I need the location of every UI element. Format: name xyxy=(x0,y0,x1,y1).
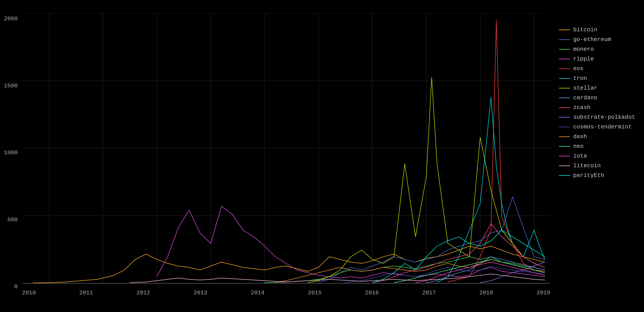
legend-color-line xyxy=(559,68,570,69)
legend-item: litecoin xyxy=(559,162,635,169)
x-axis-label: 2015 xyxy=(308,290,322,299)
legend-color-line xyxy=(559,30,570,30)
legend-item: iota xyxy=(559,153,635,159)
y-axis-label: 1500 xyxy=(4,82,18,89)
chart-body: 2000150010005000 20102011201220132014201… xyxy=(0,13,644,312)
legend-item: substrate-polkadot xyxy=(559,114,635,120)
y-axis-label: 0 xyxy=(14,283,18,290)
x-axis-label: 2014 xyxy=(251,290,264,299)
legend-color-line xyxy=(559,88,570,88)
legend-label-text: parityEth xyxy=(573,172,604,179)
legend-color-line xyxy=(559,146,570,147)
legend-color-line xyxy=(559,166,570,166)
legend-label-text: neo xyxy=(573,143,584,150)
legend-color-line xyxy=(559,78,570,79)
x-axis-label: 2010 xyxy=(22,290,36,299)
chart-area-wrapper: 2010201120122013201420152016201720182019 xyxy=(22,13,550,299)
chart-container: 2000150010005000 20102011201220132014201… xyxy=(0,0,644,312)
legend-color-line xyxy=(559,156,570,156)
legend-item: tron xyxy=(559,75,635,82)
legend-color-line xyxy=(559,39,570,40)
legend-label-text: go-ethereum xyxy=(573,36,611,43)
legend-label-text: eos xyxy=(573,65,584,72)
legend-color-line xyxy=(559,98,570,98)
x-axis-label: 2019 xyxy=(536,290,550,299)
legend-label-text: substrate-polkadot xyxy=(573,114,635,120)
legend-item: cosmos-tendermint xyxy=(559,124,635,130)
legend-label-text: stellar xyxy=(573,85,597,91)
legend-color-line xyxy=(559,127,570,127)
legend-label-text: litecoin xyxy=(573,162,601,169)
legend-label-text: bitcoin xyxy=(573,26,597,33)
legend-item: monero xyxy=(559,46,635,52)
legend-item: cardano xyxy=(559,94,635,101)
legend-item: bitcoin xyxy=(559,26,635,33)
legend-color-line xyxy=(559,59,570,59)
x-axis: 2010201120122013201420152016201720182019 xyxy=(22,288,550,299)
legend-item: ripple xyxy=(559,56,635,62)
y-axis-label: 2000 xyxy=(4,16,18,22)
legend-item: eos xyxy=(559,65,635,72)
legend-item: dash xyxy=(559,133,635,140)
legend-label-text: dash xyxy=(573,133,587,140)
legend-item: neo xyxy=(559,143,635,150)
legend-label-text: iota xyxy=(573,153,587,159)
y-axis-label: 500 xyxy=(7,216,18,223)
legend-item: parityEth xyxy=(559,172,635,179)
legend-label-text: monero xyxy=(573,46,594,52)
legend: bitcoingo-ethereummonerorippleeostronste… xyxy=(550,13,644,299)
y-axis: 2000150010005000 xyxy=(0,13,22,299)
legend-color-line xyxy=(559,117,570,118)
legend-item: go-ethereum xyxy=(559,36,635,43)
legend-label-text: tron xyxy=(573,75,587,82)
legend-label-text: cosmos-tendermint xyxy=(573,124,632,130)
x-axis-label: 2017 xyxy=(422,290,436,299)
x-axis-label: 2011 xyxy=(79,290,93,299)
x-axis-label: 2016 xyxy=(365,290,379,299)
legend-color-line xyxy=(559,175,570,176)
legend-color-line xyxy=(559,136,570,137)
y-axis-label: 1000 xyxy=(4,150,18,156)
legend-color-line xyxy=(559,107,570,108)
chart-svg xyxy=(22,13,550,288)
x-axis-label: 2012 xyxy=(136,290,150,299)
legend-label-text: ripple xyxy=(573,56,594,62)
legend-label-text: zcash xyxy=(573,104,590,111)
legend-item: zcash xyxy=(559,104,635,111)
x-axis-label: 2013 xyxy=(194,290,207,299)
x-axis-label: 2018 xyxy=(479,290,493,299)
legend-item: stellar xyxy=(559,85,635,91)
legend-color-line xyxy=(559,49,570,50)
legend-label-text: cardano xyxy=(573,94,597,101)
